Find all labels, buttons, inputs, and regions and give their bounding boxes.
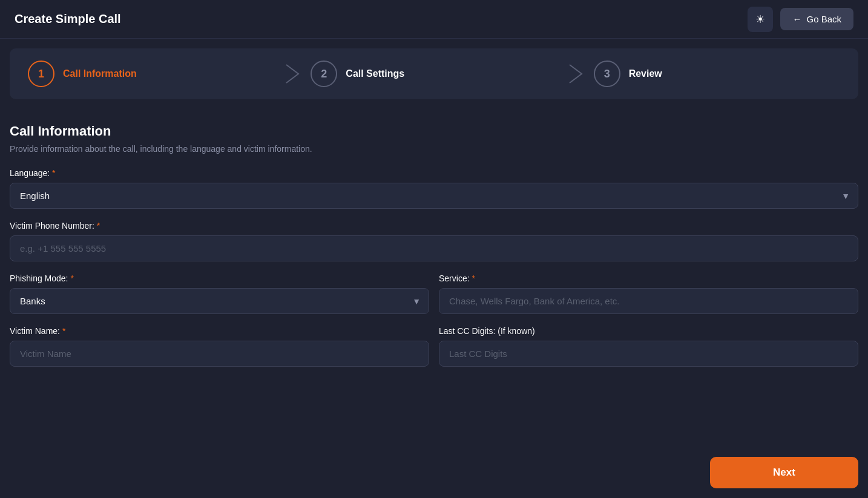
language-label: Language: * [10,168,858,178]
phone-group: Victim Phone Number: * [10,221,858,261]
theme-toggle-button[interactable]: ☀ [748,7,773,32]
service-required-star: * [472,274,475,283]
section-description: Provide information about the call, incl… [10,144,858,154]
last-cc-input[interactable] [439,341,858,367]
back-arrow-icon: ← [792,14,801,24]
language-select-wrapper: English Spanish French Portuguese ▼ [10,183,858,209]
page-title: Create Simple Call [15,12,121,26]
section-title: Call Information [10,123,858,139]
step-2: 2 Call Settings [311,61,557,87]
step-1-label: Call Information [63,68,137,79]
phishing-mode-col: Phishing Mode: * Banks Credit Cards Tech… [10,274,429,314]
step-1: 1 Call Information [28,61,274,87]
victim-name-input[interactable] [10,341,429,367]
phishing-mode-select[interactable]: Banks Credit Cards Tech Support IRS [10,288,429,314]
step-2-circle: 2 [311,61,337,87]
header: Create Simple Call ☀ ← Go Back [0,0,868,39]
phishing-service-row: Phishing Mode: * Banks Credit Cards Tech… [10,274,858,314]
step-1-circle: 1 [28,61,54,87]
phone-required-star: * [97,221,100,231]
header-actions: ☀ ← Go Back [748,7,853,32]
victim-name-required-star: * [62,326,65,336]
phishing-mode-select-wrapper: Banks Credit Cards Tech Support IRS ▼ [10,288,429,314]
next-button[interactable]: Next [710,457,858,488]
stepper: 1 Call Information 2 Call Settings 3 Rev… [10,48,858,99]
last-cc-label: Last CC Digits: (If known) [439,326,858,336]
phone-label: Victim Phone Number: * [10,221,858,231]
step-separator-2 [557,62,594,86]
phishing-mode-label: Phishing Mode: * [10,274,429,283]
step-3-circle: 3 [594,61,620,87]
service-col: Service: * [439,274,858,314]
go-back-label: Go Back [806,14,841,24]
step-separator-1 [274,62,311,86]
language-group: Language: * English Spanish French Portu… [10,168,858,209]
main-content: Call Information Provide information abo… [0,109,868,388]
service-label: Service: * [439,274,858,283]
phone-input[interactable] [10,235,858,261]
sun-icon: ☀ [755,13,765,26]
step-2-label: Call Settings [346,68,404,79]
service-input[interactable] [439,288,858,314]
phishing-mode-required-star: * [70,274,73,283]
victim-cc-row: Victim Name: * Last CC Digits: (If known… [10,326,858,367]
go-back-button[interactable]: ← Go Back [780,8,853,30]
victim-name-label: Victim Name: * [10,326,429,336]
step-3-label: Review [629,68,662,79]
language-select[interactable]: English Spanish French Portuguese [10,183,858,209]
language-required-star: * [52,168,55,178]
step-3: 3 Review [594,61,840,87]
footer: Next [700,447,868,498]
last-cc-col: Last CC Digits: (If known) [439,326,858,367]
victim-name-col: Victim Name: * [10,326,429,367]
